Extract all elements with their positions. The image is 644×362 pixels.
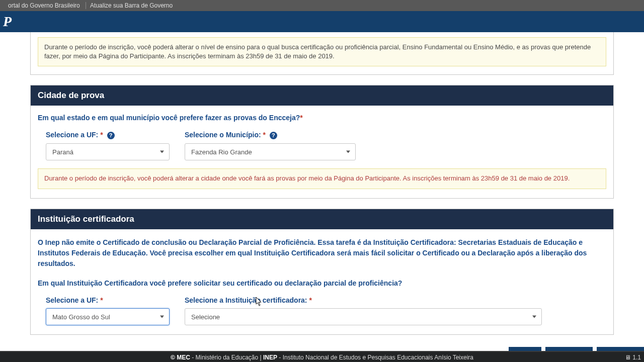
chevron-down-icon bbox=[532, 315, 536, 318]
cidade-mun-value: Fazenda Rio Grande bbox=[191, 148, 252, 156]
cidade-note: Durante o período de inscrição, você pod… bbox=[38, 168, 606, 189]
logo: P bbox=[3, 14, 12, 30]
cidade-prompt: Em qual estado e em qual município você … bbox=[38, 114, 606, 122]
required-icon: * bbox=[100, 131, 103, 139]
help-icon[interactable]: ? bbox=[107, 132, 115, 139]
version: 🖥 1.1 bbox=[625, 352, 641, 362]
cidade-header: Cidade de prova bbox=[31, 85, 613, 106]
inst-header: Instituição certificadora bbox=[31, 209, 613, 229]
footer-mec-full: - Ministério da Educação | bbox=[192, 354, 262, 361]
top-alert-line1: Durante o período de inscrição, você pod… bbox=[44, 43, 563, 51]
cidade-mun-label: Selecione o Município: * ? bbox=[185, 131, 356, 139]
required-icon: * bbox=[300, 114, 302, 122]
inst-uf-value: Mato Grosso do Sul bbox=[52, 313, 110, 321]
inst-prompt: Em qual Instituição Certificadora você p… bbox=[38, 279, 606, 287]
bottombar: © MEC - Ministério da Educação | INEP - … bbox=[0, 351, 644, 362]
gov-update-link[interactable]: Atualize sua Barra de Governo bbox=[86, 2, 177, 9]
footer-mec: © MEC bbox=[171, 354, 190, 361]
chevron-down-icon bbox=[160, 315, 164, 318]
cidade-mun-label-text: Selecione o Município: bbox=[185, 131, 261, 139]
inst-uf-label-text: Selecione a UF: bbox=[46, 296, 98, 304]
top-alert-card: Durante o período de inscrição, você pod… bbox=[30, 32, 614, 75]
required-icon: * bbox=[309, 296, 311, 304]
gov-bar: ortal do Governo Brasileiro Atualize sua… bbox=[0, 0, 644, 11]
cidade-uf-value: Paraná bbox=[52, 148, 73, 156]
required-icon: * bbox=[263, 131, 266, 139]
required-icon: * bbox=[100, 296, 103, 304]
cidade-note-text: Durante o período de inscrição, você pod… bbox=[44, 174, 570, 182]
inst-cert-label: Selecione a Instituição certificadora: * bbox=[185, 296, 542, 304]
cidade-uf-label: Selecione a UF: * ? bbox=[46, 131, 170, 139]
inst-uf-label: Selecione a UF: * bbox=[46, 296, 170, 304]
version-text: 1.1 bbox=[632, 354, 641, 361]
top-alert: Durante o período de inscrição, você pod… bbox=[38, 37, 606, 66]
help-icon[interactable]: ? bbox=[270, 132, 277, 139]
chevron-down-icon bbox=[346, 151, 350, 153]
inst-desc: O Inep não emite o Certificado de conclu… bbox=[38, 237, 606, 269]
inst-cert-select[interactable]: Selecione bbox=[185, 308, 542, 325]
topbar: P bbox=[0, 11, 644, 32]
cidade-mun-select[interactable]: Fazenda Rio Grande bbox=[185, 143, 356, 160]
inst-cert-value: Selecione bbox=[191, 313, 220, 321]
cidade-prompt-text: Em qual estado e em qual município você … bbox=[38, 114, 300, 122]
chevron-down-icon bbox=[160, 151, 164, 153]
cidade-panel: Cidade de prova Em qual estado e em qual… bbox=[30, 85, 614, 198]
inst-uf-select[interactable]: Mato Grosso do Sul bbox=[46, 308, 170, 325]
cidade-uf-label-text: Selecione a UF: bbox=[46, 131, 98, 139]
footer-inep-full: - Instituto Nacional de Estudos e Pesqui… bbox=[279, 354, 473, 361]
cidade-uf-select[interactable]: Paraná bbox=[46, 143, 170, 160]
inst-panel: Instituição certificadora O Inep não emi… bbox=[30, 209, 614, 335]
gov-portal-link[interactable]: ortal do Governo Brasileiro bbox=[4, 2, 84, 9]
footer-inep: INEP bbox=[263, 354, 277, 361]
inst-cert-label-text: Selecione a Instituição certificadora: bbox=[185, 296, 307, 304]
